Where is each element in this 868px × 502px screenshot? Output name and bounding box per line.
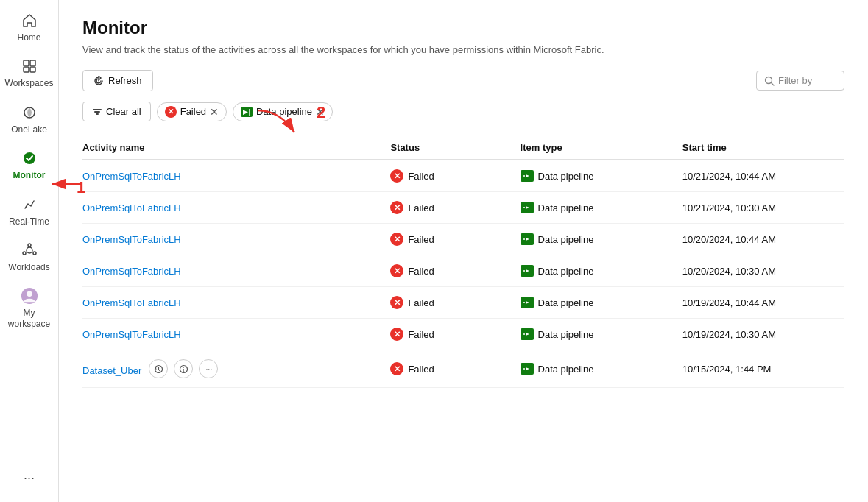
- type-text: Data pipeline: [538, 329, 594, 340]
- more-button[interactable]: ...: [18, 462, 40, 489]
- filter-chip-pipeline[interactable]: ▶| Data pipeline ✕: [233, 102, 333, 121]
- cell-status: ✕ Failed: [390, 350, 520, 388]
- sidebar-item-home[interactable]: Home: [4, 6, 55, 49]
- activity-name-text[interactable]: OnPremSqlToFabricLH: [82, 234, 181, 245]
- cell-type: Data pipeline: [521, 350, 682, 388]
- activity-name-text[interactable]: OnPremSqlToFabricLH: [82, 329, 181, 340]
- info-icon[interactable]: i: [174, 359, 193, 378]
- filter-input[interactable]: Filter by: [756, 71, 844, 91]
- failed-chip-close[interactable]: ✕: [210, 106, 219, 118]
- status-text: Failed: [408, 202, 434, 213]
- history-icon[interactable]: [149, 359, 168, 378]
- workspaces-icon: [21, 57, 38, 75]
- refresh-icon: [93, 76, 104, 86]
- pipeline-type-icon: [521, 202, 534, 213]
- failed-status-icon: ✕: [390, 233, 403, 246]
- activity-name-text[interactable]: OnPremSqlToFabricLH: [82, 202, 181, 213]
- sidebar-label-workloads: Workloads: [8, 262, 49, 272]
- pipeline-type-icon: [521, 233, 534, 245]
- sidebar-item-workloads[interactable]: Workloads: [4, 236, 55, 278]
- svg-point-9: [28, 244, 31, 247]
- pipeline-type-icon: [521, 328, 534, 340]
- cell-time: 10/20/2024, 10:30 AM: [682, 255, 844, 287]
- cell-type: Data pipeline: [521, 192, 682, 224]
- sidebar-label-workspaces: Workspaces: [5, 78, 54, 88]
- sidebar: Home Workspaces OneLake: [0, 0, 59, 502]
- type-text: Data pipeline: [538, 297, 594, 308]
- cell-name: OnPremSqlToFabricLH: [82, 255, 390, 287]
- sidebar-item-realtime[interactable]: Real-Time: [4, 190, 55, 233]
- svg-rect-17: [94, 111, 100, 113]
- clear-all-icon: [92, 107, 102, 117]
- svg-point-7: [24, 152, 35, 164]
- svg-rect-18: [96, 113, 99, 115]
- cell-type: Data pipeline: [521, 224, 682, 255]
- sidebar-item-myworkspace[interactable]: My workspace: [4, 281, 55, 335]
- cell-time: 10/21/2024, 10:44 AM: [682, 160, 844, 192]
- status-text: Failed: [408, 234, 434, 245]
- cell-name: OnPremSqlToFabricLH: [82, 192, 390, 224]
- activity-name-text[interactable]: OnPremSqlToFabricLH: [82, 171, 181, 182]
- cell-time: 10/20/2024, 10:44 AM: [682, 224, 844, 255]
- row-actions: i ···: [149, 359, 218, 378]
- table-row: OnPremSqlToFabricLH ✕ Failed Data pipeli…: [82, 287, 844, 319]
- realtime-icon: [21, 196, 38, 213]
- activity-table: Activity name Status Item type Start tim…: [82, 136, 844, 388]
- cell-type: Data pipeline: [521, 319, 682, 350]
- status-text: Failed: [408, 266, 434, 277]
- svg-text:i: i: [183, 367, 185, 373]
- clear-all-button[interactable]: Clear all: [82, 102, 151, 121]
- pipeline-chip-close[interactable]: ✕: [316, 106, 325, 118]
- filter-chip-failed[interactable]: ✕ Failed ✕: [157, 102, 227, 121]
- table-header-row: Activity name Status Item type Start tim…: [82, 136, 844, 160]
- filter-placeholder: Filter by: [778, 75, 812, 86]
- cell-status: ✕ Failed: [390, 224, 520, 255]
- sidebar-label-realtime: Real-Time: [9, 216, 49, 227]
- status-text: Failed: [408, 297, 434, 308]
- failed-status-icon: ✕: [390, 264, 403, 277]
- svg-rect-4: [24, 67, 29, 72]
- cell-time: 10/19/2024, 10:30 AM: [682, 319, 844, 350]
- svg-line-15: [772, 82, 775, 85]
- pipeline-type-icon: [521, 170, 534, 182]
- activity-name-text[interactable]: Dataset_Uber: [82, 365, 141, 376]
- svg-rect-3: [30, 60, 35, 66]
- cell-name: OnPremSqlToFabricLH: [82, 287, 390, 319]
- pipeline-type-icon: [521, 363, 534, 375]
- sidebar-item-monitor[interactable]: Monitor: [4, 144, 55, 186]
- cell-type: Data pipeline: [521, 160, 682, 192]
- pipeline-type-icon: [521, 265, 534, 277]
- page-subtitle: View and track the status of the activit…: [82, 44, 844, 55]
- onelake-icon: [21, 104, 38, 121]
- status-text: Failed: [408, 329, 434, 340]
- cell-name: OnPremSqlToFabricLH: [82, 224, 390, 255]
- refresh-button[interactable]: Refresh: [82, 70, 153, 91]
- sidebar-item-workspaces[interactable]: Workspaces: [4, 52, 55, 94]
- svg-rect-16: [93, 109, 102, 110]
- activity-name-text[interactable]: OnPremSqlToFabricLH: [82, 266, 181, 277]
- table-row: Dataset_Uber i ··· ✕ Failed: [82, 350, 844, 388]
- cell-name: OnPremSqlToFabricLH: [82, 160, 390, 192]
- col-header-name: Activity name: [82, 136, 390, 160]
- sidebar-label-home: Home: [17, 32, 40, 43]
- cell-status: ✕ Failed: [390, 160, 520, 192]
- cell-status: ✕ Failed: [390, 192, 520, 224]
- svg-point-13: [27, 291, 32, 297]
- pipeline-chip-icon: ▶|: [241, 107, 253, 117]
- svg-point-10: [33, 252, 36, 255]
- table-row: OnPremSqlToFabricLH ✕ Failed Data pipeli…: [82, 319, 844, 350]
- sidebar-item-onelake[interactable]: OneLake: [4, 98, 55, 141]
- cell-time: 10/21/2024, 10:30 AM: [682, 192, 844, 224]
- cell-name: Dataset_Uber i ···: [82, 350, 390, 388]
- more-options-icon[interactable]: ···: [199, 359, 218, 378]
- cell-type: Data pipeline: [521, 287, 682, 319]
- monitor-icon: [21, 149, 38, 167]
- failed-chip-label: Failed: [180, 106, 206, 117]
- status-text: Failed: [408, 364, 434, 375]
- activity-name-text[interactable]: OnPremSqlToFabricLH: [82, 297, 181, 308]
- clear-all-label: Clear all: [106, 106, 141, 117]
- home-icon: [21, 12, 38, 29]
- col-header-time: Start time: [682, 136, 844, 160]
- svg-rect-5: [30, 67, 35, 72]
- filter-bar: Clear all ✕ Failed ✕ ▶| Data pipeline ✕: [82, 102, 844, 121]
